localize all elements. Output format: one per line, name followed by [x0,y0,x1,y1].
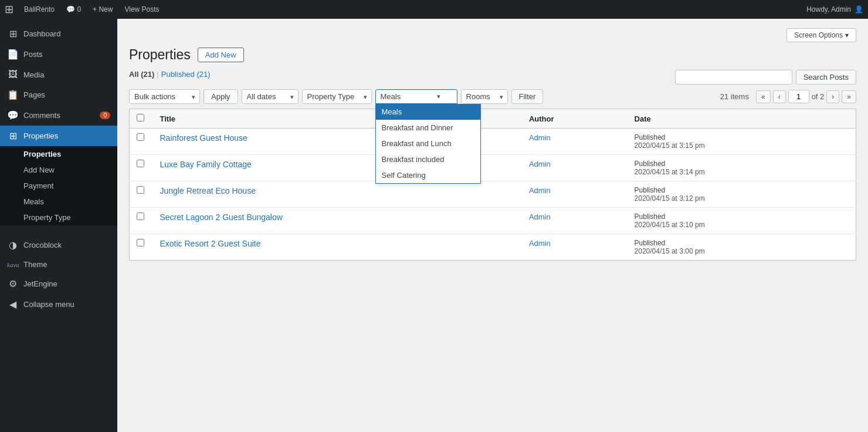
all-dates-select[interactable]: All dates April 2020 [242,89,299,104]
row-date-cell: Published 2020/04/15 at 3:14 pm [628,155,856,181]
prev-page-button[interactable]: ‹ [773,90,786,103]
row-author-cell: Admin [522,181,628,208]
author-link-1[interactable]: Admin [529,160,551,168]
add-new-button[interactable]: Add New [198,48,244,62]
submenu-item-meals[interactable]: Meals [0,194,117,210]
property-type-select[interactable]: Property Type Villa House Bungalow [302,89,372,104]
theme-icon: kava [7,261,19,268]
submenu-item-add-new[interactable]: Add New [0,162,117,178]
sidebar-item-dashboard[interactable]: ⊞ Dashboard [0,23,117,44]
jetengine-icon: ⚙ [7,278,19,289]
sidebar-item-label: Posts [23,50,43,59]
meals-select-button[interactable]: Meals ▾ [375,89,457,104]
post-title-link-1[interactable]: Luxe Bay Family Cottage [160,160,252,169]
new-link[interactable]: + New [88,5,117,14]
sidebar-item-label: Pages [23,90,45,99]
row-author-cell: Admin [522,208,628,234]
posts-icon: 📄 [7,49,19,60]
row-checkbox-3[interactable] [137,212,144,220]
view-posts-link[interactable]: View Posts [120,5,164,14]
select-all-checkbox[interactable] [137,114,144,122]
post-title-link-2[interactable]: Jungle Retreat Eco House [160,186,256,195]
meals-option-meals[interactable]: Meals [376,104,480,120]
filter-published-link[interactable]: Published (21) [161,70,211,79]
row-date-cell: Published 2020/04/15 at 3:12 pm [628,181,856,208]
dashboard-icon: ⊞ [7,28,19,39]
site-name-link[interactable]: BaliRento [19,5,59,14]
rooms-wrapper: Rooms [461,89,508,104]
current-page-input[interactable] [788,90,809,103]
all-dates-wrapper: All dates April 2020 [242,89,299,104]
page-header: Properties Add New [129,47,856,63]
rooms-select[interactable]: Rooms [461,89,508,104]
row-checkbox-0[interactable] [137,133,144,141]
table-row: Luxe Bay Family Cottage Admin Published … [130,155,856,181]
search-posts-button[interactable]: Search Posts [796,70,856,85]
post-title-link-3[interactable]: Secret Lagoon 2 Guest Bungalow [160,212,283,222]
screen-options-button[interactable]: Screen Options ▾ [786,28,856,42]
row-date-cell: Published 2020/04/15 at 3:10 pm [628,208,856,234]
sidebar-item-theme[interactable]: kava Theme [0,255,117,274]
date-status-0: Published [635,133,666,141]
search-input[interactable] [675,70,792,85]
author-link-3[interactable]: Admin [529,212,551,221]
row-checkbox-1[interactable] [137,160,144,167]
author-link-0[interactable]: Admin [529,133,551,142]
last-page-button[interactable]: » [842,90,856,103]
post-title-link-4[interactable]: Exotic Resort 2 Guest Suite [160,239,261,248]
row-author-cell: Admin [522,234,628,261]
table-header-date: Date [628,109,856,129]
sidebar-item-posts[interactable]: 📄 Posts [0,44,117,65]
date-value-4: 2020/04/15 at 3:00 pm [635,247,705,255]
filter-links: All (21) | Published (21) [129,70,211,79]
submenu-item-properties[interactable]: Properties [0,146,117,162]
sidebar-item-crocoblock[interactable]: ◑ Crocoblock [0,235,117,255]
screen-options-chevron: ▾ [845,31,849,39]
row-checkbox-cell [130,234,153,261]
table-header-checkbox [130,109,153,129]
row-date-cell: Published 2020/04/15 at 3:15 pm [628,129,856,155]
sidebar-item-properties[interactable]: ⊞ Properties [0,126,117,146]
table-row: Exotic Resort 2 Guest Suite Admin Publis… [130,234,856,261]
comments-link[interactable]: 💬 0 [62,5,86,14]
sidebar-item-pages[interactable]: 📋 Pages [0,85,117,105]
filter-all-link[interactable]: All (21) [129,70,154,79]
row-checkbox-cell [130,181,153,208]
meals-option-breakfast-included[interactable]: Breakfast included [376,151,480,167]
meals-option-breakfast-lunch[interactable]: Breakfast and Lunch [376,136,480,151]
search-row: Search Posts [675,70,856,85]
comments-badge: 0 [100,112,110,119]
date-status-2: Published [635,186,666,194]
row-checkbox-4[interactable] [137,239,144,247]
crocoblock-icon: ◑ [7,239,19,251]
filter-button[interactable]: Filter [511,89,544,104]
date-status-3: Published [635,212,666,221]
sidebar-item-jetengine[interactable]: ⚙ JetEngine [0,274,117,294]
date-value-2: 2020/04/15 at 3:12 pm [635,194,705,203]
sidebar-item-media[interactable]: 🖼 Media [0,65,117,85]
first-page-button[interactable]: « [756,90,771,103]
meals-option-self-catering[interactable]: Self Catering [376,167,480,183]
author-link-2[interactable]: Admin [529,186,551,195]
filter-separator: | [157,70,158,79]
row-author-cell: Admin [522,155,628,181]
row-title-cell: Secret Lagoon 2 Guest Bungalow [153,208,522,234]
sidebar-item-comments[interactable]: 💬 Comments 0 [0,105,117,126]
row-checkbox-2[interactable] [137,186,144,194]
comment-icon: 💬 [66,5,75,14]
author-link-4[interactable]: Admin [529,239,551,248]
row-author-cell: Admin [522,129,628,155]
apply-button[interactable]: Apply [204,89,238,104]
submenu-item-property-type[interactable]: Property Type [0,210,117,225]
user-avatar-icon: 👤 [855,5,863,14]
properties-submenu: Properties Add New Payment Meals Propert… [0,146,117,225]
table-row: Jungle Retreat Eco House Admin Published… [130,181,856,208]
sidebar-item-collapse[interactable]: ◀ Collapse menu [0,294,117,315]
next-page-button[interactable]: › [826,90,839,103]
bulk-actions-wrapper: Bulk actions Edit Move to Trash [129,89,200,104]
submenu-item-payment[interactable]: Payment [0,178,117,194]
meals-option-breakfast-dinner[interactable]: Breakfast and Dinner [376,120,480,136]
post-title-link-0[interactable]: Rainforest Guest House [160,133,247,143]
bulk-actions-select[interactable]: Bulk actions Edit Move to Trash [129,89,200,104]
properties-icon: ⊞ [7,130,19,141]
